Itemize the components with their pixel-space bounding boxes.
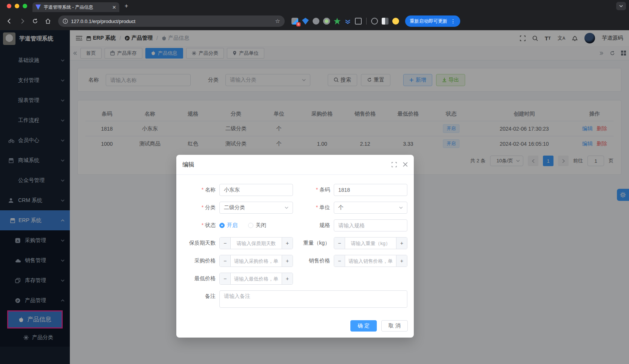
field-unit-label: 单位 xyxy=(297,204,330,211)
field-remark-label: 备注 xyxy=(182,293,216,300)
field-name-input[interactable] xyxy=(219,184,293,196)
close-tab-icon[interactable]: ✕ xyxy=(112,5,116,10)
field-min-price-label: 最低价格 xyxy=(182,275,216,282)
address-bar[interactable]: 127.0.0.1/erp/product/product ☆ xyxy=(58,15,285,27)
field-shelf-life-stepper[interactable]: − + xyxy=(219,237,293,249)
site-favicon xyxy=(35,5,41,10)
field-shelf-life-label: 保质期天数 xyxy=(182,240,216,247)
new-tab-button[interactable]: + xyxy=(125,3,128,9)
status-radio-on[interactable]: 开启 xyxy=(219,222,237,229)
chevron-down-icon xyxy=(285,206,288,210)
browser-tab[interactable]: 芋道管理系统 - 产品信息 ✕ xyxy=(32,2,119,12)
field-unit-select[interactable]: 个 xyxy=(334,202,407,214)
maximize-window-button[interactable] xyxy=(23,4,27,8)
minimize-window-button[interactable] xyxy=(15,4,19,8)
field-sale-price-label: 销售价格 xyxy=(297,258,330,264)
close-window-button[interactable] xyxy=(7,4,11,8)
field-weight-label: 重量（kg） xyxy=(297,240,330,247)
extension-icon[interactable] xyxy=(302,18,309,25)
update-button-label: 重新启动即可更新 xyxy=(410,18,447,25)
extensions-bar: 6 xyxy=(291,18,399,25)
tab-search-button[interactable] xyxy=(616,2,626,10)
side-panel-icon[interactable] xyxy=(382,18,388,25)
divider xyxy=(366,18,367,25)
field-barcode-label: 条码 xyxy=(297,187,330,193)
cancel-button[interactable]: 取 消 xyxy=(381,320,408,332)
plus-button[interactable]: + xyxy=(282,238,293,249)
reload-button[interactable] xyxy=(29,15,41,27)
site-info-icon[interactable] xyxy=(63,19,68,24)
window-controls[interactable] xyxy=(0,4,32,8)
plus-button[interactable]: + xyxy=(282,255,293,267)
extension-icon[interactable] xyxy=(371,18,378,25)
plus-button[interactable]: + xyxy=(282,273,293,284)
forward-button[interactable] xyxy=(17,15,28,27)
minus-button[interactable]: − xyxy=(220,273,231,284)
plus-button[interactable]: + xyxy=(396,255,407,267)
extension-icon[interactable] xyxy=(323,18,330,25)
url-text: 127.0.0.1/erp/product/product xyxy=(71,19,272,24)
radio-dot xyxy=(219,223,225,228)
browser-chrome: 芋道管理系统 - 产品信息 ✕ + 127.0.0.1/erp/product/… xyxy=(0,0,629,30)
dialog-title: 编辑 xyxy=(182,161,194,169)
home-button[interactable] xyxy=(42,15,54,27)
field-barcode-input[interactable] xyxy=(334,184,407,196)
field-spec-input[interactable] xyxy=(334,219,407,231)
extension-icon[interactable] xyxy=(355,18,362,25)
radio-dot xyxy=(248,223,253,228)
field-spec-label: 规格 xyxy=(297,222,330,229)
confirm-button[interactable]: 确 定 xyxy=(350,320,377,332)
dialog-fullscreen-icon[interactable] xyxy=(392,162,397,167)
bookmark-star-icon[interactable]: ☆ xyxy=(275,18,280,25)
minus-button[interactable]: − xyxy=(220,238,231,249)
plus-button[interactable]: + xyxy=(396,238,407,249)
extension-badge: 6 xyxy=(296,22,301,26)
extension-icon[interactable] xyxy=(313,18,319,25)
profile-avatar-icon[interactable] xyxy=(392,18,399,25)
chrome-menu-icon[interactable]: ⋮ xyxy=(450,18,456,24)
back-button[interactable] xyxy=(4,15,15,27)
field-purchase-price-stepper[interactable]: − + xyxy=(219,255,293,267)
field-remark-textarea[interactable] xyxy=(219,290,407,308)
status-radio-off[interactable]: 关闭 xyxy=(248,222,266,229)
field-purchase-price-label: 采购价格 xyxy=(182,258,216,264)
field-status-label: 状态 xyxy=(182,222,216,229)
field-min-price-stepper[interactable]: − + xyxy=(219,273,293,285)
browser-tab-title: 芋道管理系统 - 产品信息 xyxy=(44,4,109,11)
field-name-label: 名称 xyxy=(182,187,216,193)
field-category-select[interactable]: 二级分类 xyxy=(219,202,293,214)
extension-icon[interactable] xyxy=(344,18,351,25)
field-sale-price-stepper[interactable]: − + xyxy=(334,255,407,267)
dialog-close-icon[interactable] xyxy=(403,162,408,167)
minus-button[interactable]: − xyxy=(220,255,231,267)
chevron-down-icon xyxy=(399,206,403,210)
extension-icon[interactable]: 6 xyxy=(291,18,298,25)
field-category-label: 分类 xyxy=(182,204,216,211)
edit-dialog: 编辑 名称 条码 分类 二级分类 单位 xyxy=(176,155,414,338)
extension-icon[interactable] xyxy=(334,18,341,25)
minus-button[interactable]: − xyxy=(334,238,345,249)
minus-button[interactable]: − xyxy=(334,255,345,267)
chrome-update-button[interactable]: 重新启动即可更新 ⋮ xyxy=(405,15,460,27)
field-weight-stepper[interactable]: − + xyxy=(334,237,407,249)
